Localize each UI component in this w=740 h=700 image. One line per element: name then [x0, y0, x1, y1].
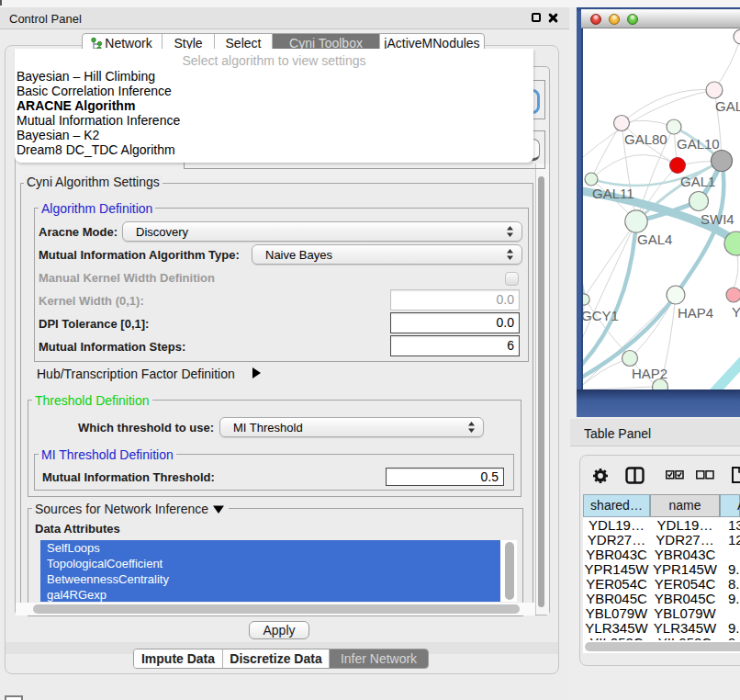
svg-text:SWI4: SWI4 — [701, 211, 734, 227]
svg-text:GCY1: GCY1 — [583, 308, 619, 323]
svg-text:GAL11: GAL11 — [592, 186, 634, 201]
svg-text:GAL10: GAL10 — [677, 136, 720, 152]
svg-text:HAP2: HAP2 — [632, 366, 667, 381]
svg-text:GAL1: GAL1 — [680, 174, 715, 189]
svg-text:Y: Y — [732, 304, 740, 320]
svg-text:GAL80: GAL80 — [624, 131, 667, 147]
svg-text:HAP4: HAP4 — [678, 305, 713, 321]
svg-text:GAL: GAL — [715, 98, 740, 114]
svg-text:GAL4: GAL4 — [637, 231, 672, 247]
